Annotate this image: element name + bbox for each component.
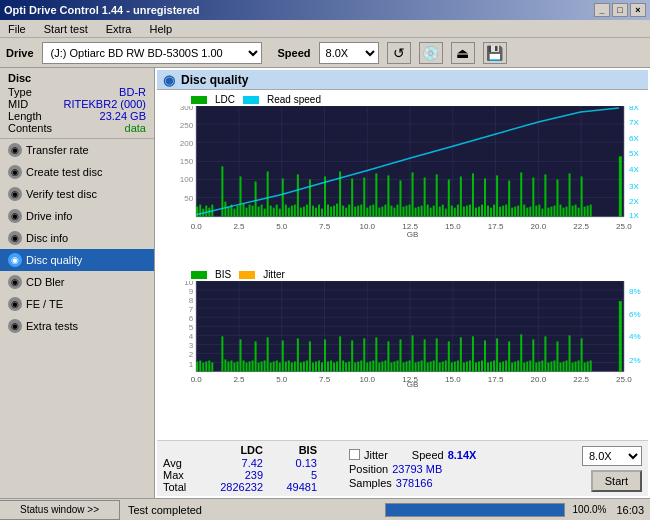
svg-rect-221 — [273, 362, 275, 372]
svg-rect-242 — [336, 362, 338, 372]
eject-button[interactable]: ⏏ — [451, 42, 475, 64]
cd-bler-icon: ◉ — [8, 275, 22, 289]
bis-legend: BIS Jitter — [161, 269, 644, 280]
nav-create-test-disc[interactable]: ◉ Create test disc — [0, 161, 154, 183]
nav-cd-bler[interactable]: ◉ CD Bler — [0, 271, 154, 293]
stats-panel: LDC BIS Avg 7.42 0.13 Max 239 5 Total 28… — [157, 440, 648, 496]
svg-rect-215 — [255, 341, 257, 371]
svg-rect-46 — [285, 205, 287, 217]
svg-rect-230 — [300, 363, 302, 372]
svg-rect-245 — [345, 363, 347, 372]
nav-fe-te[interactable]: ◉ FE / TE — [0, 293, 154, 315]
svg-rect-238 — [324, 339, 326, 371]
svg-rect-53 — [306, 205, 308, 217]
svg-rect-81 — [390, 206, 392, 217]
disc-length-row: Length 23.24 GB — [8, 110, 146, 122]
charts-container: LDC Read speed — [157, 90, 648, 440]
minimize-button[interactable]: _ — [594, 3, 610, 17]
svg-rect-244 — [342, 360, 344, 371]
readspeed-legend-label: Read speed — [267, 94, 321, 105]
svg-rect-294 — [493, 360, 495, 371]
sidebar-nav: ◉ Transfer rate ◉ Create test disc ◉ Ver… — [0, 139, 154, 337]
svg-rect-133 — [547, 208, 549, 217]
create-test-disc-icon: ◉ — [8, 165, 22, 179]
save-button[interactable]: 💾 — [483, 42, 507, 64]
nav-transfer-rate[interactable]: ◉ Transfer rate — [0, 139, 154, 161]
ldc-col-header: LDC — [203, 444, 263, 456]
nav-drive-info[interactable]: ◉ Drive info — [0, 205, 154, 227]
menu-start-test[interactable]: Start test — [40, 22, 92, 36]
menu-bar: File Start test Extra Help — [0, 20, 650, 38]
svg-rect-315 — [556, 341, 558, 371]
svg-rect-278 — [445, 360, 447, 371]
svg-rect-139 — [566, 207, 568, 217]
svg-rect-84 — [399, 180, 401, 216]
jitter-checkbox[interactable] — [349, 449, 360, 460]
svg-rect-55 — [312, 206, 314, 217]
svg-rect-295 — [496, 338, 498, 371]
nav-disc-quality[interactable]: ◉ Disc quality — [0, 249, 154, 271]
svg-rect-83 — [396, 205, 398, 217]
close-button[interactable]: × — [630, 3, 646, 17]
svg-text:200: 200 — [180, 139, 194, 148]
svg-rect-72 — [363, 177, 365, 216]
svg-text:0.0: 0.0 — [191, 375, 203, 384]
disc-type-label: Type — [8, 86, 32, 98]
svg-rect-32 — [243, 204, 245, 217]
status-bar: Status window >> Test completed 100.0% 1… — [0, 498, 650, 520]
svg-text:6X: 6X — [629, 134, 639, 143]
svg-rect-220 — [270, 363, 272, 372]
svg-text:50: 50 — [184, 194, 193, 203]
menu-extra[interactable]: Extra — [102, 22, 136, 36]
speed-stat-value: 8.14X — [448, 449, 477, 461]
svg-rect-87 — [409, 205, 411, 217]
svg-rect-117 — [499, 207, 501, 217]
svg-rect-37 — [258, 207, 260, 217]
disc-quality-icon: ◉ — [8, 253, 22, 267]
drive-select[interactable]: (J:) Optiarc BD RW BD-5300S 1.00 — [42, 42, 262, 64]
ldc-bis-stats: LDC BIS Avg 7.42 0.13 Max 239 5 Total 28… — [163, 444, 343, 493]
progress-label: 100.0% — [569, 504, 611, 515]
svg-text:22.5: 22.5 — [573, 222, 589, 231]
menu-help[interactable]: Help — [145, 22, 176, 36]
svg-rect-41 — [270, 206, 272, 217]
svg-rect-209 — [236, 362, 238, 372]
svg-rect-285 — [466, 362, 468, 372]
svg-rect-313 — [550, 362, 552, 372]
svg-text:22.5: 22.5 — [573, 375, 589, 384]
maximize-button[interactable]: □ — [612, 3, 628, 17]
svg-rect-206 — [227, 362, 229, 372]
refresh-button[interactable]: ↺ — [387, 42, 411, 64]
svg-rect-116 — [496, 175, 498, 216]
svg-rect-270 — [421, 360, 423, 371]
speed-label: Speed — [278, 47, 311, 59]
nav-disc-info[interactable]: ◉ Disc info — [0, 227, 154, 249]
svg-rect-234 — [312, 363, 314, 372]
svg-text:GB: GB — [407, 380, 419, 387]
disc-button[interactable]: 💿 — [419, 42, 443, 64]
svg-rect-271 — [424, 339, 426, 371]
start-button[interactable]: Start — [591, 470, 642, 492]
svg-rect-240 — [330, 360, 332, 371]
svg-rect-269 — [418, 362, 420, 372]
svg-rect-145 — [584, 207, 586, 217]
status-window-button[interactable]: Status window >> — [0, 500, 120, 520]
avg-label: Avg — [163, 457, 199, 469]
svg-rect-268 — [415, 363, 417, 372]
nav-fe-te-label: FE / TE — [26, 298, 63, 310]
svg-rect-50 — [297, 174, 299, 216]
menu-file[interactable]: File — [4, 22, 30, 36]
svg-rect-43 — [276, 205, 278, 217]
svg-rect-200 — [202, 363, 204, 372]
svg-rect-236 — [318, 360, 320, 371]
svg-rect-231 — [303, 362, 305, 372]
nav-extra-tests[interactable]: ◉ Extra tests — [0, 315, 154, 337]
svg-text:2X: 2X — [629, 197, 639, 206]
max-bis: 5 — [267, 469, 317, 481]
svg-rect-213 — [249, 362, 251, 372]
svg-rect-282 — [457, 360, 459, 371]
total-ldc: 2826232 — [203, 481, 263, 493]
nav-verify-test-disc[interactable]: ◉ Verify test disc — [0, 183, 154, 205]
speed-dropdown-right[interactable]: 8.0X — [582, 446, 642, 466]
speed-select[interactable]: 8.0X — [319, 42, 379, 64]
